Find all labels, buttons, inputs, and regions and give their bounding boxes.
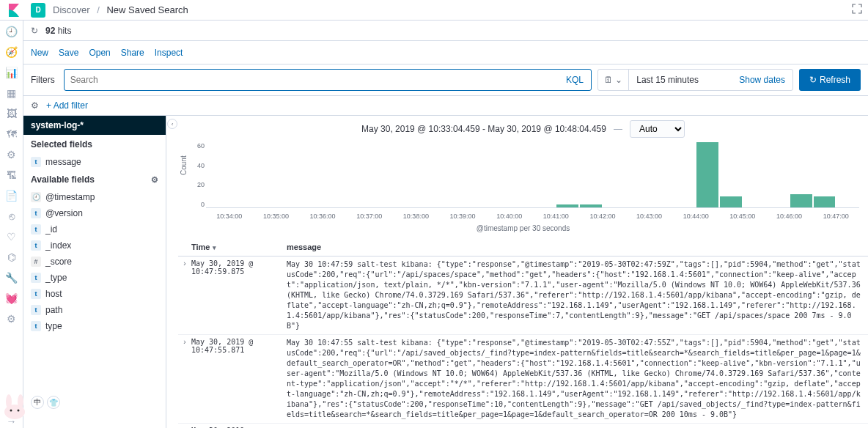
svg-point-2 <box>18 394 23 409</box>
col-time[interactable]: Time ▾ <box>191 243 287 251</box>
nav-uptime-icon[interactable]: ♡ <box>5 230 18 243</box>
histogram-chart[interactable]: Count 6040200 10:34:0010:35:0010:36:0010… <box>178 142 868 223</box>
search-box: KQL <box>64 69 592 91</box>
calendar-icon[interactable]: 🗓 ⌄ <box>598 70 629 90</box>
field-host[interactable]: thost <box>23 286 166 302</box>
field-path[interactable]: tpath <box>23 302 166 318</box>
filter-options-icon[interactable]: ⚙ <box>31 100 39 111</box>
app-icon[interactable]: D <box>31 3 45 18</box>
nav-siem-icon[interactable]: ⌬ <box>5 251 18 264</box>
results-pane: May 30, 2019 @ 10:33:04.459 - May 30, 20… <box>178 116 868 428</box>
chart-header: May 30, 2019 @ 10:33:04.459 - May 30, 20… <box>178 116 868 142</box>
nav-apm-icon[interactable]: ⎋ <box>5 210 18 223</box>
nav-canvas-icon[interactable]: 🖼 <box>5 107 18 120</box>
field-@timestamp[interactable]: 🕘@timestamp <box>23 189 166 205</box>
fields-sidebar: system-log-* Selected fields tmessage Av… <box>23 116 166 428</box>
cycle-icon[interactable]: ↻ <box>31 26 38 36</box>
chart-time-range: May 30, 2019 @ 10:33:04.459 - May 30, 20… <box>361 124 606 134</box>
field-_type[interactable]: t_type <box>23 270 166 286</box>
breadcrumb-page: New Saved Search <box>106 4 188 15</box>
filter-bar: Filters KQL 🗓 ⌄ Last 15 minutes Show dat… <box>23 64 868 96</box>
open-link[interactable]: Open <box>89 48 110 58</box>
field-_index[interactable]: t_index <box>23 237 166 254</box>
kql-toggle[interactable]: KQL <box>559 75 591 85</box>
collapse-button[interactable]: ‹ <box>167 119 177 129</box>
mascot-icon <box>0 391 29 421</box>
filters-label: Filters <box>31 75 58 85</box>
breadcrumb: Discover / New Saved Search <box>53 4 188 15</box>
table-row: ›May 30, 2019 @ 10:47:48.865May 30 10:47… <box>178 424 868 428</box>
search-input[interactable] <box>65 75 559 85</box>
fullscreen-icon[interactable] <box>852 4 862 16</box>
nav-visualize-icon[interactable]: 📊 <box>5 66 18 79</box>
fields-settings-icon[interactable]: ⚙ <box>151 175 158 185</box>
action-bar: New Save Open Share Inspect <box>23 41 868 64</box>
chart-xlabel: @timestamp per 30 seconds <box>178 223 868 238</box>
kibana-logo[interactable] <box>6 1 23 19</box>
nav-ml-icon[interactable]: ⚙ <box>5 148 18 161</box>
index-pattern[interactable]: system-log-* <box>23 116 166 135</box>
date-picker: 🗓 ⌄ Last 15 minutes Show dates <box>597 69 793 91</box>
new-link[interactable]: New <box>31 48 48 58</box>
nav-management-icon[interactable]: ⚙ <box>5 312 18 325</box>
breadcrumb-app[interactable]: Discover <box>53 4 90 15</box>
field-_score[interactable]: #_score <box>23 254 166 270</box>
badge-cart[interactable]: 👕 <box>47 396 60 409</box>
nav-maps-icon[interactable]: 🗺 <box>5 128 18 141</box>
date-range[interactable]: Last 15 minutes <box>629 75 732 85</box>
nav-logs-icon[interactable]: 📄 <box>5 189 18 202</box>
refresh-button[interactable]: ↻ Refresh <box>799 69 861 91</box>
table-header: Time ▾ message <box>178 238 868 257</box>
selected-fields-header: Selected fields <box>23 135 166 154</box>
save-link[interactable]: Save <box>59 48 78 58</box>
share-link[interactable]: Share <box>121 48 144 58</box>
field-message[interactable]: tmessage <box>23 154 166 170</box>
field-type[interactable]: ttype <box>23 318 166 334</box>
add-filter-row: ⚙ + Add filter <box>23 96 868 116</box>
badge-lang[interactable]: 中 <box>31 396 44 409</box>
row-timestamp: May 30, 2019 @ 10:47:59.875 <box>191 259 287 331</box>
row-message: May 30 10:47:59 salt-test kibana: {"type… <box>287 259 868 331</box>
chart-ylabel: Count <box>180 155 188 175</box>
nav-recent-icon[interactable]: 🕘 <box>5 25 18 38</box>
svg-point-1 <box>6 394 12 409</box>
available-fields-header: Available fields ⚙ <box>23 170 166 189</box>
field-_id[interactable]: t_id <box>23 221 166 237</box>
col-message[interactable]: message <box>287 243 868 251</box>
nav-discover-icon[interactable]: 🧭 <box>5 45 18 59</box>
nav-dashboard-icon[interactable]: ▦ <box>5 86 18 100</box>
show-dates-link[interactable]: Show dates <box>732 75 792 85</box>
add-filter-link[interactable]: + Add filter <box>46 100 88 111</box>
nav-devtools-icon[interactable]: 🔧 <box>5 271 18 284</box>
table-row: ›May 30, 2019 @ 10:47:59.875May 30 10:47… <box>178 257 868 335</box>
hits-count: 92 hits <box>45 26 71 36</box>
collapse-sidebar: ‹ <box>166 116 178 428</box>
expand-row-icon[interactable]: › <box>178 259 191 331</box>
inspect-link[interactable]: Inspect <box>155 48 183 58</box>
row-message: May 30 10:47:55 salt-test kibana: {"type… <box>287 338 868 420</box>
mascot-badges: 中 👕 <box>31 396 60 409</box>
svg-point-4 <box>18 410 20 412</box>
left-nav: 🕘 🧭 📊 ▦ 🖼 🗺 ⚙ 🏗 📄 ⎋ ♡ ⌬ 🔧 💓 ⚙ → <box>0 21 23 428</box>
nav-infra-icon[interactable]: 🏗 <box>5 169 18 182</box>
field-@version[interactable]: t@version <box>23 205 166 221</box>
svg-point-3 <box>10 410 12 412</box>
hits-bar: ↻ 92 hits <box>23 21 868 41</box>
row-timestamp: May 30, 2019 @ 10:47:55.871 <box>191 338 287 420</box>
expand-row-icon[interactable]: › <box>178 338 191 420</box>
table-row: ›May 30, 2019 @ 10:47:55.871May 30 10:47… <box>178 335 868 424</box>
interval-select[interactable]: Auto <box>630 120 685 138</box>
top-bar: D Discover / New Saved Search <box>0 0 868 21</box>
nav-monitoring-icon[interactable]: 💓 <box>5 292 18 305</box>
